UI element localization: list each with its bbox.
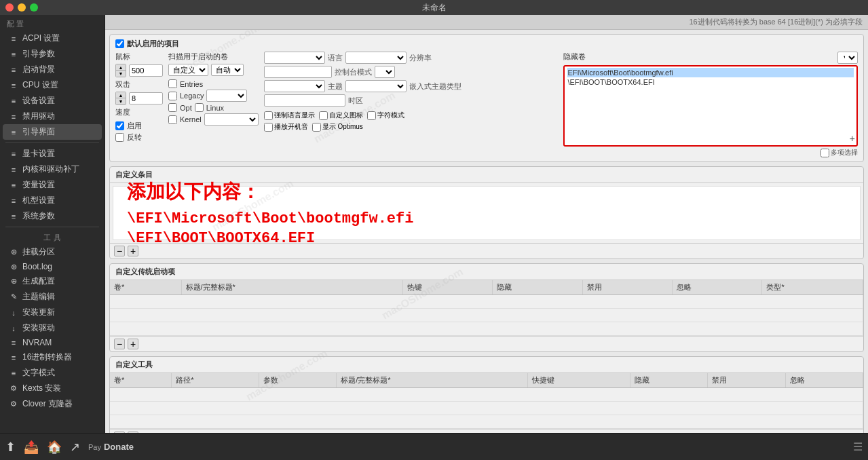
legacy-select[interactable]	[206, 90, 247, 102]
timezone-input[interactable]	[264, 94, 345, 107]
play-sound-checkbox[interactable]	[264, 123, 273, 132]
scan-column: 扫描用于启动的卷 自定义 自动 自动 Entri	[168, 52, 259, 126]
kernel-select[interactable]	[204, 113, 259, 126]
mouse-speed2-input[interactable]	[129, 92, 163, 104]
linux-checkbox[interactable]	[195, 103, 204, 112]
mouse-speed1-stepper[interactable]: ▲ ▼	[115, 64, 126, 77]
opt-checkbox[interactable]	[168, 103, 177, 112]
sidebar-item-theme-editor[interactable]: ✎ 主题编辑	[3, 289, 102, 305]
console-input[interactable]	[264, 66, 332, 78]
sidebar-item-install-update[interactable]: ↓ 安装更新	[3, 305, 102, 320]
force-lang-row: 强制语言显示	[264, 111, 315, 120]
sidebar-item-mount[interactable]: ⊕ 挂载分区	[3, 244, 102, 260]
lang-select[interactable]	[264, 52, 325, 64]
toolbar-home[interactable]: 🏠	[47, 440, 62, 455]
entries-label: Entries	[180, 80, 203, 88]
hidden-dropdown[interactable]: ▼	[837, 52, 858, 64]
titlebar: 未命名	[0, 0, 868, 15]
list-icon: ≡	[8, 180, 19, 190]
kernel-checkbox[interactable]	[168, 115, 177, 124]
mount-icon: ⊕	[8, 248, 19, 257]
sidebar-item-label: 显卡设置	[22, 148, 55, 159]
tools-col-shortcut: 快捷键	[528, 373, 630, 388]
stepper-up2[interactable]: ▲	[116, 92, 126, 98]
sidebar-item-label: 主题编辑	[22, 291, 55, 303]
sidebar-item-boot-bg[interactable]: ≡ 启动背景	[3, 62, 102, 77]
custom-menu-area: 添加以下内容： \EFI\Microsoft\Boot\bootmgfw.efi…	[113, 186, 861, 240]
hidden-item-1[interactable]: EFI\Microsoft\Boot\bootmgfw.efi	[567, 68, 854, 77]
stepper-up[interactable]: ▲	[116, 64, 126, 71]
annotation-text-2: \EFI\Microsoft\Boot\bootmgfw.efi	[127, 210, 846, 227]
hidden-box[interactable]: EFI\Microsoft\Boot\bootmgfw.efi \EFI\BOO…	[563, 65, 858, 147]
stepper-down2[interactable]: ▼	[116, 98, 126, 104]
custom-legacy-title: 自定义传统启动项	[110, 264, 863, 280]
donate-button[interactable]: Pay Donate	[88, 442, 134, 452]
sidebar-item-vars[interactable]: ≡ 变量设置	[3, 177, 102, 193]
show-optimus-checkbox[interactable]	[312, 123, 321, 132]
sidebar-item-bootlog[interactable]: ⊕ Boot.log	[3, 260, 102, 273]
sidebar-item-devices[interactable]: ≡ 设备设置	[3, 93, 102, 109]
theme-select[interactable]	[264, 80, 325, 92]
res-select[interactable]	[345, 52, 407, 64]
custom-menu-bottom: − +	[110, 243, 863, 258]
sidebar-item-model[interactable]: ≡ 机型设置	[3, 193, 102, 208]
hidden-add-button[interactable]: +	[850, 133, 855, 144]
sidebar-item-install-driver[interactable]: ↓ 安装驱动	[3, 320, 102, 336]
scan-label: 扫描用于启动的卷	[168, 52, 259, 62]
multi-select-checkbox[interactable]	[820, 149, 829, 157]
sidebar-item-cpu[interactable]: ≡ CPU 设置	[3, 77, 102, 93]
maximize-button[interactable]	[30, 3, 38, 12]
entries-checkbox[interactable]	[168, 79, 177, 88]
mouse-speed2-stepper[interactable]: ▲ ▼	[115, 92, 126, 105]
sidebar-item-clover[interactable]: ⚙ Clover 克隆器	[3, 396, 102, 412]
stepper-down[interactable]: ▼	[116, 71, 126, 77]
sidebar-item-graphics[interactable]: ≡ 显卡设置	[3, 146, 102, 161]
console-row: 控制台模式	[264, 66, 559, 78]
custom-legacy-plus[interactable]: +	[128, 339, 138, 349]
kernel-label: Kernel	[180, 115, 202, 123]
force-lang-checkbox[interactable]	[264, 111, 273, 120]
sidebar-item-kernel[interactable]: ≡ 内核和驱动补丁	[3, 161, 102, 177]
sidebar-item-label: 生成配置	[22, 275, 55, 287]
embedded-select[interactable]	[345, 80, 407, 92]
sidebar-item-font-mode[interactable]: ≡ 文字模式	[3, 365, 102, 381]
custom-legacy-section: 自定义传统启动项 卷* 标题/完整标题* 热键 隐藏 禁用 忽略 类型*	[109, 263, 864, 352]
toolbar-signin[interactable]: ⬆	[5, 440, 16, 455]
sidebar-item-label: 系统参数	[22, 210, 55, 222]
custom-menu-plus[interactable]: +	[128, 246, 138, 256]
minimize-button[interactable]	[18, 3, 26, 12]
custom-icons-checkbox[interactable]	[319, 111, 328, 120]
sidebar-item-disabled-drivers[interactable]: ≡ 禁用驱动	[3, 109, 102, 124]
content-main: macOShome.com macOShome.com macOShome.co…	[105, 30, 868, 433]
hidden-item-2[interactable]: \EFI\BOOT\BOOTX64.EFI	[567, 77, 854, 87]
legacy-checkbox[interactable]	[168, 92, 177, 100]
enable-checkbox[interactable]	[115, 121, 124, 130]
char-mode-checkbox[interactable]	[367, 111, 376, 120]
custom-legacy-minus[interactable]: −	[114, 339, 125, 349]
font-icon: ≡	[8, 368, 19, 378]
custom-menu-minus[interactable]: −	[114, 246, 125, 256]
play-sound-label: 播放开机音	[274, 122, 308, 132]
sidebar-item-hex-converter[interactable]: ≡ 16进制转换器	[3, 349, 102, 365]
sidebar-item-acpi[interactable]: ≡ ACPI 设置	[3, 31, 102, 46]
sidebar-item-nvram[interactable]: ≡ NVRAM	[3, 336, 102, 349]
toolbar-open[interactable]: 📤	[24, 440, 39, 455]
toolbar-share[interactable]: ↗	[70, 440, 80, 455]
menu-lines-icon[interactable]: ☰	[853, 440, 863, 453]
tools-col-path: 路径*	[172, 373, 259, 388]
reverse-checkbox[interactable]	[115, 133, 124, 142]
default-boot-checkbox[interactable]	[115, 39, 124, 48]
open-icon: 📤	[24, 440, 39, 455]
sidebar-item-boot-args[interactable]: ≡ 引导参数	[3, 46, 102, 62]
mouse-speed1-input[interactable]	[129, 64, 163, 77]
scan-select2[interactable]: 自动	[211, 64, 244, 76]
col-vol: 卷*	[110, 280, 181, 295]
sidebar-item-kexts[interactable]: ⚙ Kexts 安装	[3, 381, 102, 396]
sidebar-item-gui[interactable]: ≡ 引导界面	[3, 124, 102, 140]
sidebar-item-gen-config[interactable]: ⊕ 生成配置	[3, 273, 102, 289]
hidden-volumes-column: 隐藏卷 ▼ EFI\Microsoft\Boot\bootmgfw.efi \E…	[563, 52, 858, 157]
close-button[interactable]	[5, 3, 14, 12]
sidebar-item-sys-params[interactable]: ≡ 系统参数	[3, 208, 102, 224]
scan-select1[interactable]: 自定义 自动	[168, 64, 208, 76]
console-select[interactable]	[375, 66, 395, 78]
